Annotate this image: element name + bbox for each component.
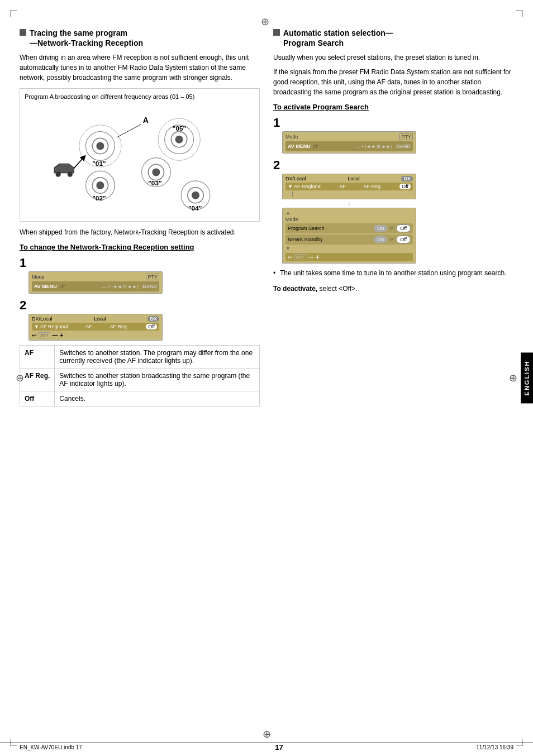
hand-icon-right1: ☞ (313, 142, 319, 150)
left-panel2-af: AF (85, 324, 92, 329)
svg-text:"04": "04" (188, 204, 202, 212)
table-row-afreg: AF Reg. Switches to another station broa… (20, 369, 260, 391)
right-panel1-mode: Mode (285, 134, 298, 140)
right-panel3-mode: Mode (285, 217, 298, 222)
title-box-icon (20, 29, 26, 36)
right-step1-label: 1 (273, 116, 513, 130)
table-key-af: AF (20, 346, 55, 369)
page-number: 17 (275, 743, 283, 752)
right-intro-text1: Usually when you select preset stations,… (273, 52, 513, 63)
left-title-text: Tracing the same program —Network-Tracki… (30, 28, 143, 48)
svg-point-12 (152, 169, 160, 176)
svg-point-23 (55, 172, 60, 177)
svg-marker-22 (54, 164, 74, 173)
network-tracking-diagram: "01" "05" "03" "02" (25, 103, 255, 215)
left-section-title: Tracing the same program —Network-Tracki… (20, 28, 260, 48)
table-value-afreg: Switches to another station broadcasting… (55, 369, 260, 391)
left-panel1-pty: PTY (146, 274, 159, 280)
right-panel2-afreg: AF Reg. (363, 184, 382, 189)
left-panel2-off: Off (146, 324, 157, 329)
right-panel2-dx: DX (401, 176, 413, 181)
left-step1-label: 1 (20, 256, 260, 270)
diagram-box: Program A broadcasting on different freq… (20, 88, 260, 222)
right-section-title: Automatic station selection— Program Sea… (273, 28, 513, 48)
svg-point-20 (192, 192, 199, 199)
footer-right: 11/12/13 16:39 (476, 744, 513, 750)
left-intro-text: When driving in an area where FM recepti… (20, 52, 260, 83)
right-panel1-avmenu[interactable]: AV MENU (288, 143, 311, 149)
left-panel2-dx: DX (147, 316, 159, 322)
program-search-subsection-title: To activate Program Search (273, 103, 513, 111)
program-search-bullet: The unit takes some time to tune in to a… (273, 268, 513, 278)
left-title-line1: Tracing the same program (30, 28, 127, 37)
left-panel2-afregional: ▼ AF Regional (34, 324, 68, 329)
left-panel2-local: Local (94, 316, 106, 322)
hand-icon-left1: ☞ (59, 283, 65, 290)
deactivate-text: To deactivate, select <Off>. (273, 284, 513, 294)
right-title-text: Automatic station selection— Program Sea… (283, 28, 393, 48)
table-value-af: Switches to another station. The program… (55, 346, 260, 369)
svg-text:A: A (143, 116, 149, 125)
svg-text:"01": "01" (92, 160, 106, 167)
news-standby-on-btn[interactable]: On (374, 236, 387, 243)
table-row-off: Off Cancels. (20, 391, 260, 406)
table-value-off: Cancels. (55, 391, 260, 406)
right-step2-label: 2 (273, 158, 513, 173)
svg-text:"02": "02" (92, 194, 106, 202)
svg-point-3 (96, 142, 104, 150)
svg-text:"03": "03" (148, 179, 161, 186)
right-panel2-dxlocal: DX/Local (285, 176, 306, 181)
right-step1-panel: Mode PTY AV MENU ☞ — + |◄◄ ⊡ ►►| BAND (282, 131, 513, 154)
svg-line-25 (74, 157, 84, 169)
svg-line-27 (117, 125, 141, 138)
right-panel3-program-search: Program Search (288, 226, 325, 231)
english-tab: ENGLISH (521, 353, 533, 404)
right-intro-text2: If the signals from the preset FM Radio … (273, 67, 513, 97)
table-row-af: AF Switches to another station. The prog… (20, 346, 260, 369)
right-column: Automatic station selection— Program Sea… (273, 28, 513, 406)
deactivate-action: select <Off>. (319, 285, 357, 293)
right-panel3-news-standby: NEWS Standby (288, 237, 323, 242)
left-panel1-mode: Mode (32, 274, 45, 280)
svg-point-8 (175, 136, 183, 143)
svg-point-16 (96, 181, 104, 189)
left-step2-label: 2 (20, 298, 260, 313)
left-title-line2: —Network-Tracking Reception (30, 39, 143, 47)
right-step2-panel: DX/Local Local DX ▼ AF Regional AF AF Re… (282, 174, 513, 264)
left-step2-panel: DX/Local Local DX ▼ AF Regional AF AF Re… (28, 314, 260, 341)
left-panel2-dxlocal: DX/Local (32, 316, 53, 322)
left-panel2-afreg: AF Reg. (110, 324, 128, 329)
left-panel1-band: BAND (142, 284, 157, 289)
af-settings-table: AF Switches to another station. The prog… (20, 345, 260, 406)
deactivate-label: To deactivate, (273, 285, 317, 293)
page-content: Tracing the same program —Network-Tracki… (20, 28, 513, 728)
shipped-text: When shipped from the factory, Network-T… (20, 227, 260, 237)
right-panel1-pty: PTY (399, 133, 413, 140)
crosshair-top (261, 16, 272, 27)
right-panel2-off: Off (399, 184, 411, 189)
corner-mark-tl (10, 10, 17, 17)
program-search-off-btn[interactable]: Off (396, 224, 411, 232)
news-standby-off-btn[interactable]: Off (396, 236, 411, 243)
crosshair-bottom (263, 728, 271, 740)
diagram-caption: Program A broadcasting on different freq… (25, 93, 255, 100)
program-search-on-btn[interactable]: On (374, 225, 387, 232)
right-title-box-icon (273, 29, 280, 36)
right-panel1-band: BAND (396, 143, 411, 149)
corner-mark-tr (516, 10, 523, 17)
right-title-line2: Program Search (283, 39, 344, 47)
table-key-off: Off (20, 391, 55, 406)
two-column-layout: Tracing the same program —Network-Tracki… (20, 28, 513, 406)
right-panel2-afregional: ▼ AF Regional (288, 184, 321, 189)
page-footer: EN_KW-AV70EU.indb 17 17 11/12/13 16:39 (0, 743, 533, 752)
left-panel1-avmenu[interactable]: AV MENU (34, 284, 57, 289)
svg-point-24 (68, 172, 73, 177)
left-column: Tracing the same program —Network-Tracki… (20, 28, 260, 406)
svg-text:"05": "05" (173, 125, 186, 132)
right-title-line1: Automatic station selection— (283, 28, 393, 37)
network-tracking-subsection-title: To change the Network-Tracking Reception… (20, 243, 260, 251)
right-panel2-af: AF (339, 184, 346, 189)
table-key-afreg: AF Reg. (20, 369, 55, 391)
right-panel2-local: Local (348, 176, 360, 181)
footer-left: EN_KW-AV70EU.indb 17 (20, 744, 82, 750)
